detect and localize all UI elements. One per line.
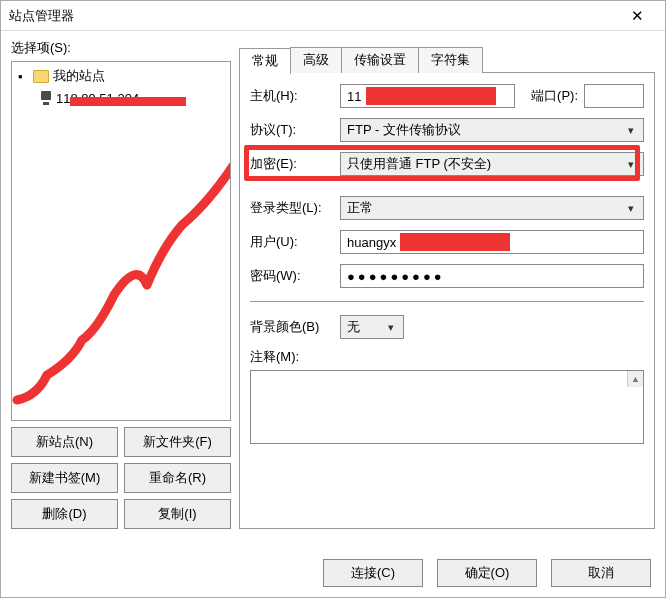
left-panel: 选择项(S): ▪ 我的站点 118.89.51.204 新站点(N) 新文件夹… xyxy=(11,39,231,529)
rename-button[interactable]: 重命名(R) xyxy=(124,463,231,493)
comment-textarea[interactable] xyxy=(250,370,644,444)
dialog-button-bar: 连接(C) 确定(O) 取消 xyxy=(323,559,651,587)
bgcolor-value: 无 xyxy=(347,318,360,336)
chevron-down-icon: ▾ xyxy=(623,202,639,215)
tab-charset[interactable]: 字符集 xyxy=(418,47,483,73)
password-label: 密码(W): xyxy=(250,267,340,285)
new-folder-button[interactable]: 新文件夹(F) xyxy=(124,427,231,457)
protocol-value: FTP - 文件传输协议 xyxy=(347,121,461,139)
scrollbar-up-icon[interactable]: ▲ xyxy=(627,371,643,387)
annotation-squiggle xyxy=(12,150,231,410)
new-site-button[interactable]: 新站点(N) xyxy=(11,427,118,457)
new-bookmark-button[interactable]: 新建书签(M) xyxy=(11,463,118,493)
login-type-value: 正常 xyxy=(347,199,373,217)
bgcolor-dropdown[interactable]: 无 ▾ xyxy=(340,315,404,339)
ok-button[interactable]: 确定(O) xyxy=(437,559,537,587)
site-label: 118.89.51.204 xyxy=(56,91,139,106)
user-label: 用户(U): xyxy=(250,233,340,251)
tree-site-item[interactable]: 118.89.51.204 xyxy=(40,88,224,108)
tree-root-label: 我的站点 xyxy=(53,67,105,85)
bgcolor-label: 背景颜色(B) xyxy=(250,318,340,336)
window-title: 站点管理器 xyxy=(9,7,617,25)
divider xyxy=(250,301,644,302)
user-redaction xyxy=(400,233,510,251)
cancel-button[interactable]: 取消 xyxy=(551,559,651,587)
tab-advanced[interactable]: 高级 xyxy=(290,47,342,73)
tab-general[interactable]: 常规 xyxy=(239,48,291,74)
delete-button[interactable]: 删除(D) xyxy=(11,499,118,529)
encryption-value: 只使用普通 FTP (不安全) xyxy=(347,155,491,173)
right-panel: 常规 高级 传输设置 字符集 主机(H): 端口(P): 协议(T): xyxy=(239,39,655,529)
tab-transfer[interactable]: 传输设置 xyxy=(341,47,419,73)
site-tree[interactable]: ▪ 我的站点 118.89.51.204 xyxy=(11,61,231,421)
title-bar: 站点管理器 ✕ xyxy=(1,1,665,31)
host-label: 主机(H): xyxy=(250,87,340,105)
folder-icon xyxy=(33,70,49,83)
comment-label: 注释(M): xyxy=(250,348,644,366)
server-icon xyxy=(40,91,52,105)
host-redaction xyxy=(366,87,496,105)
tab-body-general: 主机(H): 端口(P): 协议(T): FTP - 文件传输协议 ▾ xyxy=(239,73,655,529)
port-input[interactable] xyxy=(584,84,644,108)
select-label: 选择项(S): xyxy=(11,39,231,57)
chevron-down-icon: ▾ xyxy=(383,321,399,334)
chevron-down-icon: ▾ xyxy=(623,158,639,171)
chevron-down-icon: ▾ xyxy=(623,124,639,137)
tree-root[interactable]: ▪ 我的站点 xyxy=(18,66,224,86)
close-button[interactable]: ✕ xyxy=(617,2,657,30)
protocol-label: 协议(T): xyxy=(250,121,340,139)
protocol-dropdown[interactable]: FTP - 文件传输协议 ▾ xyxy=(340,118,644,142)
encryption-dropdown[interactable]: 只使用普通 FTP (不安全) ▾ xyxy=(340,152,644,176)
copy-button[interactable]: 复制(I) xyxy=(124,499,231,529)
connect-button[interactable]: 连接(C) xyxy=(323,559,423,587)
password-input[interactable] xyxy=(340,264,644,288)
login-type-label: 登录类型(L): xyxy=(250,199,340,217)
redaction-mark xyxy=(70,97,186,106)
tab-bar: 常规 高级 传输设置 字符集 xyxy=(239,47,655,73)
port-label: 端口(P): xyxy=(531,87,578,105)
login-type-dropdown[interactable]: 正常 ▾ xyxy=(340,196,644,220)
site-action-buttons: 新站点(N) 新文件夹(F) 新建书签(M) 重命名(R) 删除(D) 复制(I… xyxy=(11,427,231,529)
encryption-label: 加密(E): xyxy=(250,155,340,173)
